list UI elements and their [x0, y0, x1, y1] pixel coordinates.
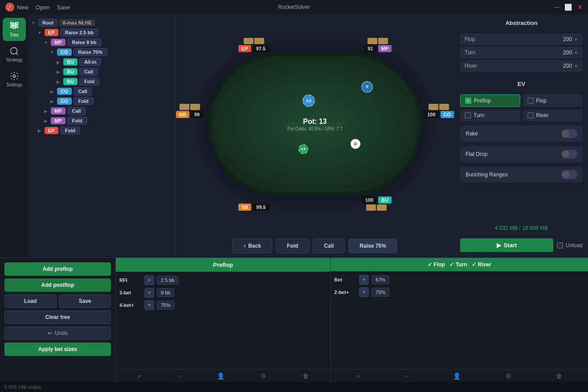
root-badge[interactable]: Root	[38, 19, 57, 27]
preflop-minus-btn[interactable]: −	[177, 372, 181, 380]
apply-bet-sizes-button[interactable]: Apply bet sizes	[4, 343, 111, 356]
postflop-user-btn[interactable]: 👤	[453, 372, 461, 380]
bu-allin-chevron[interactable]: ▶	[55, 59, 61, 65]
ev-title: EV	[460, 81, 583, 87]
co-badge-2[interactable]: CO	[57, 88, 72, 95]
mp-raise-chevron[interactable]: ▼	[43, 39, 49, 45]
bet-plus-btn[interactable]: +	[359, 275, 369, 285]
mp-seat-info[interactable]: 91 MP	[364, 45, 392, 52]
co-fold-chevron[interactable]: ▶	[49, 98, 55, 104]
co-seat-label: CO	[441, 111, 454, 118]
river-check-item[interactable]: ✓ River	[472, 261, 491, 268]
save-button[interactable]: Save	[57, 4, 70, 11]
co-raise-action[interactable]: Raise 75%	[74, 48, 107, 56]
ev-river[interactable]: River	[523, 110, 583, 121]
mp-call-action[interactable]: Call	[67, 107, 86, 115]
ep-seat-info[interactable]: EP 97.5	[238, 45, 269, 52]
bu-fold-chevron[interactable]: ▶	[55, 78, 61, 85]
add-preflop-button[interactable]: Add preflop	[4, 262, 111, 276]
start-button[interactable]: ▶ Start	[460, 238, 553, 252]
co-badge-3[interactable]: CO	[57, 98, 72, 105]
turn-label: Turn	[465, 49, 475, 56]
preflop-add-btn[interactable]: +	[137, 372, 141, 380]
four-bet-plus-btn[interactable]: +	[144, 300, 154, 310]
flat-drop-toggle[interactable]	[561, 150, 577, 159]
ep-raise-chevron[interactable]: ▼	[37, 29, 43, 36]
bu-badge-1[interactable]: BU	[63, 58, 78, 65]
bu-badge-3[interactable]: BU	[63, 78, 78, 85]
root-chevron[interactable]: ▼	[30, 20, 37, 26]
ev-flop[interactable]: Flop	[523, 94, 583, 107]
co-badge[interactable]: CO	[57, 49, 72, 56]
postflop-add-btn[interactable]: +	[356, 372, 360, 380]
river-value-container[interactable]: 200 ▼	[563, 63, 578, 69]
flop-check-item[interactable]: ✓ Flop	[428, 261, 445, 268]
bb-seat-info[interactable]: BB 99	[176, 111, 203, 118]
sb-seat-info[interactable]: SB 99.5	[238, 204, 270, 211]
new-button[interactable]: New	[17, 4, 29, 11]
clear-tree-button[interactable]: Clear tree	[4, 310, 111, 324]
mp-fold-chevron[interactable]: ▶	[43, 118, 49, 124]
preflop-user-btn[interactable]: 👤	[217, 372, 225, 380]
mp-raise-action[interactable]: Raise 9 bb	[67, 38, 102, 46]
maximize-button[interactable]: ⬜	[564, 4, 572, 11]
postflop-trash-btn[interactable]: 🗑	[556, 372, 562, 380]
rake-toggle[interactable]	[561, 129, 577, 138]
tree-node-bu-call: ▶ BU Call	[30, 67, 173, 77]
unload-row[interactable]: Unload	[557, 242, 583, 249]
sidebar-item-strategy[interactable]: Strategy	[3, 43, 26, 66]
mp-call-chevron[interactable]: ▶	[43, 108, 49, 114]
call-button[interactable]: Call	[313, 239, 345, 253]
co-raise-chevron[interactable]: ▼	[49, 49, 55, 55]
three-bet-plus-btn[interactable]: +	[144, 288, 154, 298]
save-tree-button[interactable]: Save	[59, 294, 111, 308]
undo-button[interactable]: ↩ Undo	[4, 327, 111, 340]
minimize-button[interactable]: ─	[555, 4, 559, 11]
preflop-gear-icon[interactable]: ⚙	[261, 372, 266, 380]
co-call-chevron[interactable]: ▶	[49, 88, 55, 94]
ep-badge[interactable]: EP	[45, 29, 58, 36]
open-button[interactable]: Open	[36, 4, 50, 11]
ep-badge-2[interactable]: EP	[45, 127, 58, 134]
bu-seat-info[interactable]: 100 BU	[362, 196, 392, 204]
bu-call-chevron[interactable]: ▶	[55, 69, 61, 75]
co-seat-info[interactable]: 100 CO	[424, 111, 454, 118]
unload-checkbox[interactable]	[557, 242, 563, 249]
back-button[interactable]: ‹ Back	[233, 239, 272, 253]
bunching-toggle[interactable]	[561, 170, 577, 179]
preflop-trash-btn[interactable]: 🗑	[302, 372, 309, 380]
mp-badge-3[interactable]: MP	[51, 117, 65, 124]
postflop-minus-btn[interactable]: −	[405, 372, 408, 380]
ep-cards	[244, 38, 264, 44]
flop-value-container[interactable]: 200 ▼	[563, 36, 578, 42]
co-fold-action[interactable]: Fold	[74, 97, 94, 105]
rfi-plus-btn[interactable]: +	[144, 275, 154, 285]
ep-fold-action[interactable]: Fold	[60, 127, 80, 135]
add-postflop-button[interactable]: Add postflop	[4, 278, 111, 292]
raise-button[interactable]: Raise 75%	[348, 239, 397, 253]
fold-button[interactable]: Fold	[276, 239, 309, 253]
ev-turn[interactable]: Turn	[460, 110, 520, 121]
bu-allin-action[interactable]: All-in	[79, 58, 102, 66]
mp-badge-2[interactable]: MP	[51, 107, 65, 114]
close-button[interactable]: ✕	[577, 4, 583, 11]
load-button[interactable]: Load	[4, 294, 57, 308]
sidebar-item-settings[interactable]: Settings	[3, 68, 26, 91]
turn-value-container[interactable]: 200 ▼	[563, 49, 578, 56]
mp-badge[interactable]: MP	[51, 39, 65, 46]
preflop-checkbox: ✓	[465, 98, 471, 104]
two-bet-plus-btn[interactable]: +	[359, 287, 369, 297]
co-call-action[interactable]: Call	[74, 87, 92, 95]
sidebar-item-tree[interactable]: Tree	[3, 18, 26, 41]
turn-check-item[interactable]: ✓ Turn	[449, 261, 467, 268]
ep-fold-chevron[interactable]: ▶	[37, 127, 43, 134]
bu-fold-action[interactable]: Fold	[79, 78, 99, 86]
bu-badge-2[interactable]: BU	[63, 68, 78, 75]
memory-info: 4 532 MB / 18 008 MB	[460, 221, 583, 231]
rake-label: Rake	[466, 131, 478, 137]
bu-call-action[interactable]: Call	[79, 68, 98, 76]
ev-preflop[interactable]: ✓ Preflop	[460, 94, 520, 107]
mp-fold-action[interactable]: Fold	[67, 117, 87, 125]
ep-raise-action[interactable]: Raise 2.5 bb	[60, 29, 98, 37]
postflop-gear-icon[interactable]: ⚙	[506, 372, 511, 380]
